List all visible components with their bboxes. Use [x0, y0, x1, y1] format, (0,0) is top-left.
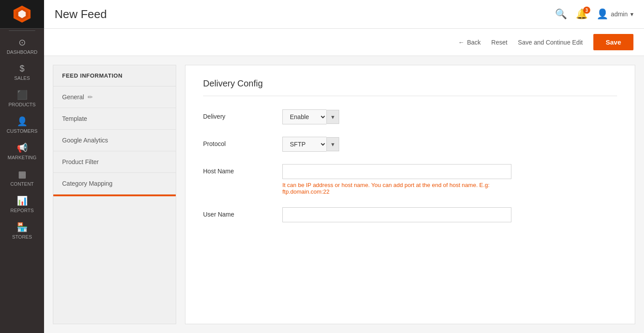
chevron-down-icon: ▾ — [630, 11, 633, 18]
left-panel-bottom-bar — [53, 195, 176, 196]
left-panel-header: FEED INFORMATION — [53, 65, 176, 86]
header-right: 🔍 🔔 3 👤 admin ▾ — [555, 8, 633, 20]
sidebar-item-products[interactable]: ⬛ PRODUCTS — [0, 85, 44, 112]
reset-label: Reset — [491, 39, 507, 46]
protocol-select-wrapper: SFTP FTP FTPS ▾ — [282, 137, 617, 152]
left-panel-item-google-analytics[interactable]: Google Analytics — [53, 130, 176, 151]
delivery-select[interactable]: Enable Disable — [282, 109, 326, 124]
user-name-control — [282, 207, 617, 222]
sidebar-item-label: MARKETING — [7, 155, 36, 160]
page-title: New Feed — [55, 7, 107, 21]
stores-icon: 🏪 — [17, 222, 28, 232]
sidebar-divider — [9, 30, 35, 31]
sidebar: ⊙ DASHBOARD $ SALES ⬛ PRODUCTS 👤 CUSTOME… — [0, 0, 44, 333]
delivery-select-wrapper: Enable Disable ▾ — [282, 109, 617, 124]
reports-icon: 📊 — [17, 195, 28, 206]
sidebar-item-label: CUSTOMERS — [7, 128, 37, 134]
sidebar-logo — [0, 0, 44, 29]
save-label: Save — [606, 38, 621, 46]
action-bar: ← Back Reset Save and Continue Edit Save — [44, 29, 644, 56]
protocol-row: Protocol SFTP FTP FTPS ▾ — [203, 137, 617, 152]
sales-icon: $ — [19, 64, 24, 74]
section-title: Delivery Config — [203, 79, 617, 89]
delivery-select-dropdown-btn[interactable]: ▾ — [326, 110, 339, 124]
back-arrow-icon: ← — [458, 39, 464, 46]
google-analytics-label: Google Analytics — [62, 137, 108, 144]
notification-badge: 3 — [583, 7, 590, 14]
save-button[interactable]: Save — [593, 34, 633, 50]
left-panel-item-general[interactable]: General ✏ — [53, 86, 176, 108]
customers-icon: 👤 — [17, 116, 28, 127]
host-name-hint-text: It can be IP address or host name. You c… — [282, 182, 489, 195]
host-name-row: Host Name It can be IP address or host n… — [203, 164, 617, 195]
left-panel-item-product-filter[interactable]: Product Filter — [53, 151, 176, 173]
host-name-label: Host Name — [203, 164, 274, 175]
content-area: FEED INFORMATION General ✏ Template Goog… — [44, 56, 644, 333]
sidebar-item-marketing[interactable]: 📢 MARKETING — [0, 138, 44, 165]
user-name: admin — [611, 11, 628, 18]
protocol-label: Protocol — [203, 137, 274, 147]
pencil-icon: ✏ — [88, 94, 93, 101]
sidebar-item-label: SALES — [14, 75, 30, 81]
section-divider — [203, 96, 617, 96]
category-mapping-label: Category Mapping — [62, 180, 112, 187]
marketing-icon: 📢 — [17, 142, 28, 153]
template-label: Template — [62, 115, 87, 122]
back-label: Back — [467, 39, 481, 46]
delivery-row: Delivery Enable Disable ▾ — [203, 109, 617, 124]
user-name-label: User Name — [203, 207, 274, 218]
reset-button[interactable]: Reset — [491, 39, 507, 46]
product-filter-label: Product Filter — [62, 158, 99, 165]
protocol-select-dropdown-btn[interactable]: ▾ — [326, 137, 339, 151]
sidebar-item-label: CONTENT — [10, 181, 33, 187]
main-area: New Feed 🔍 🔔 3 👤 admin ▾ ← Back Reset — [44, 0, 644, 333]
sidebar-item-stores[interactable]: 🏪 STORES — [0, 217, 44, 244]
sidebar-item-customers[interactable]: 👤 CUSTOMERS — [0, 112, 44, 138]
user-name-input[interactable] — [282, 207, 511, 222]
dashboard-icon: ⊙ — [19, 37, 26, 48]
sidebar-item-content[interactable]: ▦ CONTENT — [0, 165, 44, 191]
back-button[interactable]: ← Back — [458, 39, 481, 46]
search-icon: 🔍 — [555, 8, 567, 19]
user-name-row: User Name — [203, 207, 617, 222]
top-header: New Feed 🔍 🔔 3 👤 admin ▾ — [44, 0, 644, 29]
sidebar-item-label: REPORTS — [11, 208, 34, 213]
protocol-select[interactable]: SFTP FTP FTPS — [282, 137, 326, 152]
save-continue-label: Save and Continue Edit — [518, 39, 583, 46]
products-icon: ⬛ — [17, 90, 28, 100]
delivery-control: Enable Disable ▾ — [282, 109, 617, 124]
content-icon: ▦ — [18, 169, 26, 180]
sidebar-item-dashboard[interactable]: ⊙ DASHBOARD — [0, 33, 44, 59]
host-name-input[interactable] — [282, 164, 511, 179]
right-panel: Delivery Config Delivery Enable Disable … — [185, 65, 635, 324]
left-panel-item-category-mapping[interactable]: Category Mapping — [53, 173, 176, 195]
sidebar-item-label: DASHBOARD — [7, 49, 37, 55]
host-name-hint: It can be IP address or host name. You c… — [282, 182, 511, 195]
search-button[interactable]: 🔍 — [555, 8, 567, 20]
user-area[interactable]: 👤 admin ▾ — [596, 8, 633, 20]
save-continue-button[interactable]: Save and Continue Edit — [518, 39, 583, 46]
sidebar-item-label: PRODUCTS — [8, 102, 36, 107]
notification-button[interactable]: 🔔 3 — [576, 8, 588, 20]
sidebar-item-sales[interactable]: $ SALES — [0, 59, 44, 85]
left-panel-item-template[interactable]: Template — [53, 108, 176, 130]
delivery-label: Delivery — [203, 109, 274, 120]
host-name-control: It can be IP address or host name. You c… — [282, 164, 617, 195]
user-avatar-icon: 👤 — [596, 8, 608, 20]
sidebar-item-label: STORES — [12, 234, 32, 239]
protocol-control: SFTP FTP FTPS ▾ — [282, 137, 617, 152]
left-panel: FEED INFORMATION General ✏ Template Goog… — [53, 65, 176, 324]
general-label: General — [62, 94, 84, 101]
sidebar-item-reports[interactable]: 📊 REPORTS — [0, 191, 44, 217]
